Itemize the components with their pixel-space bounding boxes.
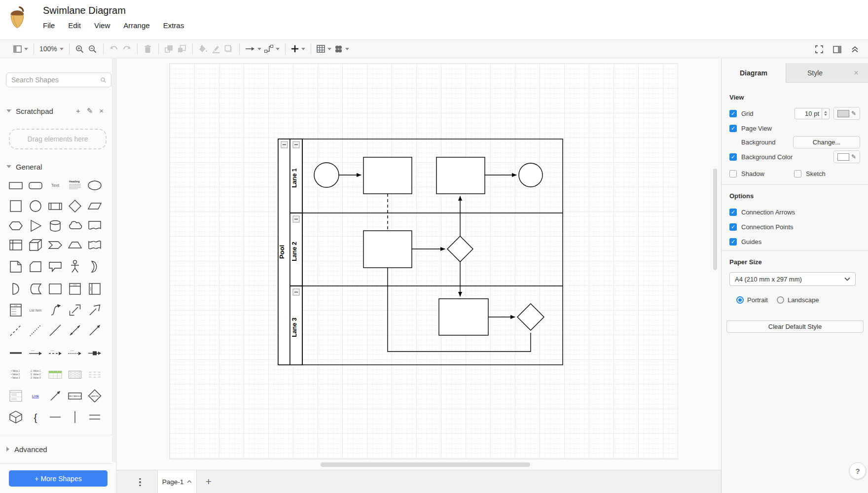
pages-menu-icon[interactable] — [136, 476, 144, 489]
grid-checkbox[interactable]: ✓ — [729, 110, 737, 117]
add-page-button[interactable]: + — [201, 474, 216, 489]
delete-button[interactable] — [142, 42, 154, 56]
shape-table-striped[interactable] — [45, 367, 65, 382]
shape-actor[interactable] — [65, 259, 85, 274]
shape-vertical-line[interactable] — [65, 410, 85, 424]
shape-hexagon[interactable] — [6, 218, 26, 233]
shadow-button[interactable] — [222, 42, 235, 56]
shape-vertical-container[interactable] — [65, 282, 85, 296]
shape-and[interactable] — [6, 282, 26, 296]
line-color-button[interactable] — [210, 42, 222, 56]
drawing-canvas[interactable]: Pool Lane 1 Lane 2 Lane 3 — [116, 58, 721, 470]
scratchpad-edit-icon[interactable]: ✎ — [87, 106, 93, 115]
tab-style[interactable]: Style — [786, 63, 844, 83]
shape-dashed-edge[interactable] — [45, 346, 65, 360]
shape-table-bordered[interactable] — [65, 367, 85, 382]
sketch-checkbox[interactable] — [794, 170, 801, 177]
shape-process[interactable] — [45, 199, 65, 213]
start-event[interactable] — [314, 163, 339, 187]
shape-arrow-link[interactable] — [26, 346, 45, 360]
sidebar-scrollbar[interactable] — [112, 58, 116, 462]
guides-checkbox[interactable]: ✓ — [729, 238, 737, 246]
background-color-checkbox[interactable]: ✓ — [729, 153, 737, 161]
search-input[interactable] — [11, 76, 101, 84]
menu-arrange[interactable]: Arrange — [123, 21, 149, 30]
shape-diagonal-arrow[interactable] — [45, 388, 65, 403]
shape-horizontal-line[interactable] — [45, 410, 65, 424]
change-background-button[interactable]: Change... — [793, 136, 860, 148]
shape-cylinder[interactable] — [45, 218, 65, 233]
panel-close-icon[interactable]: × — [844, 63, 868, 83]
scratchpad-add-icon[interactable]: + — [76, 106, 80, 115]
shape-container[interactable] — [45, 282, 65, 296]
more-shapes-button[interactable]: + More Shapes — [9, 470, 108, 487]
menu-view[interactable]: View — [94, 21, 110, 30]
page-tab[interactable]: Page-1 — [157, 470, 197, 493]
menu-extras[interactable]: Extras — [163, 21, 184, 30]
shape-rectangle[interactable] — [6, 178, 26, 193]
shape-data-storage[interactable] — [26, 282, 45, 296]
shape-tape[interactable] — [85, 238, 105, 252]
grid-size-input[interactable] — [795, 108, 822, 119]
shape-horizontal-container[interactable] — [85, 282, 105, 296]
menu-file[interactable]: File — [43, 21, 55, 30]
shape-dotted-line[interactable] — [26, 323, 45, 338]
task4[interactable] — [439, 299, 488, 335]
shape-triangle[interactable] — [26, 218, 45, 233]
waypoint-style-button[interactable] — [263, 42, 281, 56]
shape-note[interactable] — [6, 259, 26, 274]
shadow-checkbox[interactable] — [729, 170, 737, 177]
shape-parallelogram[interactable] — [85, 199, 105, 213]
gateway2[interactable] — [517, 304, 544, 330]
shape-square[interactable] — [6, 199, 26, 213]
shape-double-line[interactable] — [85, 410, 105, 424]
connection-arrows-checkbox[interactable]: ✓ — [729, 209, 737, 216]
vertical-scrollbar[interactable] — [713, 169, 717, 270]
shape-trapezoid[interactable] — [65, 238, 85, 252]
zoom-dropdown[interactable]: 100% — [38, 42, 65, 56]
to-back-button[interactable] — [176, 42, 188, 56]
connection-style-button[interactable] — [244, 42, 263, 56]
shape-dotted-edge[interactable] — [65, 346, 85, 360]
scratchpad-close-icon[interactable]: × — [99, 106, 104, 115]
shape-isometric-cube[interactable] — [6, 410, 26, 424]
task3[interactable] — [363, 231, 412, 268]
shape-internal-storage[interactable] — [6, 238, 26, 252]
scratchpad-header[interactable]: Scratchpad + ✎ × — [0, 104, 116, 118]
shape-document[interactable] — [85, 218, 105, 233]
shape-card[interactable] — [26, 259, 45, 274]
grid-size-stepper[interactable] — [822, 108, 830, 119]
portrait-radio[interactable] — [736, 296, 744, 304]
clear-default-style-button[interactable]: Clear Default Style — [726, 320, 864, 333]
shape-arrow[interactable] — [85, 303, 105, 317]
shape-bidirectional-connector[interactable] — [65, 323, 85, 338]
undo-button[interactable] — [108, 42, 120, 56]
zoom-out-button[interactable] — [86, 42, 99, 56]
horizontal-scrollbar[interactable] — [321, 462, 530, 467]
shape-text[interactable]: Text — [45, 178, 65, 193]
help-button[interactable]: ? — [849, 462, 866, 479]
shape-callout[interactable] — [45, 259, 65, 274]
shape-link-text[interactable]: Link — [26, 388, 45, 403]
shape-labeled-diamond[interactable]: DIAMOND — [85, 388, 105, 403]
shape-bidirectional-arrow[interactable] — [65, 303, 85, 317]
section-advanced[interactable]: Advanced — [0, 442, 116, 457]
format-panel-button[interactable] — [831, 42, 843, 56]
shapes-button[interactable] — [333, 42, 351, 56]
shape-curve[interactable] — [45, 303, 65, 317]
table-button[interactable] — [315, 42, 333, 56]
shape-list[interactable]: List — [6, 303, 26, 317]
shape-circle[interactable] — [26, 199, 45, 213]
shape-labeled-edge[interactable] — [85, 346, 105, 360]
fullscreen-button[interactable] — [813, 42, 826, 56]
grid-color-button[interactable]: ✎ — [833, 107, 860, 120]
shape-line[interactable] — [45, 323, 65, 338]
shape-bullet-list[interactable]: • Value 1• Value 2• Value 3 — [6, 367, 26, 382]
connection-points-checkbox[interactable]: ✓ — [729, 223, 737, 231]
task1[interactable] — [363, 157, 412, 194]
section-general[interactable]: General — [0, 159, 116, 174]
paper-size-select[interactable]: A4 (210 mm x 297 mm) — [729, 272, 856, 286]
shape-diamond[interactable] — [65, 199, 85, 213]
redo-button[interactable] — [120, 42, 133, 56]
task2[interactable] — [436, 157, 485, 194]
